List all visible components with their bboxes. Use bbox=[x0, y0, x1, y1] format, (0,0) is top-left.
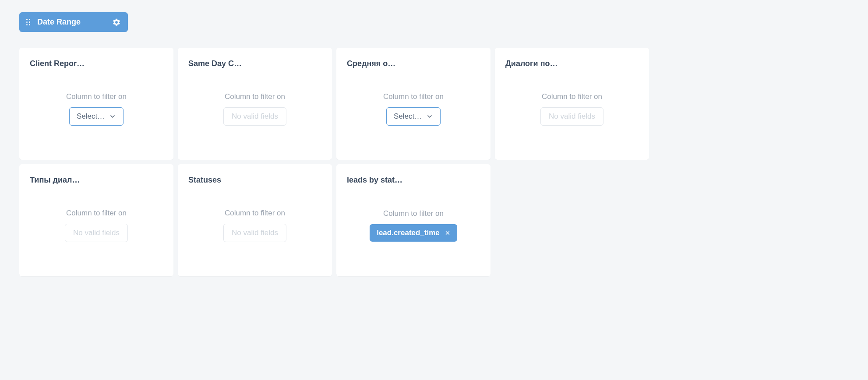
card-statuses: Statuses Column to filter on No valid fi… bbox=[178, 164, 332, 276]
column-select-disabled: No valid fields bbox=[540, 107, 603, 126]
column-select[interactable]: Select… bbox=[69, 107, 123, 126]
filter-label: Column to filter on bbox=[66, 209, 127, 218]
column-select-disabled: No valid fields bbox=[223, 107, 286, 126]
card-average: Средняя о… Column to filter on Select… bbox=[336, 48, 490, 160]
card-dialog-types: Типы диал… Column to filter on No valid … bbox=[19, 164, 173, 276]
chevron-down-icon bbox=[109, 113, 116, 120]
no-valid-fields-label: No valid fields bbox=[232, 229, 278, 237]
no-valid-fields-label: No valid fields bbox=[549, 112, 595, 121]
card-title: Client Repor… bbox=[30, 59, 87, 68]
card-client-report: Client Repor… Column to filter on Select… bbox=[19, 48, 173, 160]
filter-label: Column to filter on bbox=[383, 92, 444, 101]
card-dialogs-by: Диалоги по… Column to filter on No valid… bbox=[495, 48, 649, 160]
no-valid-fields-label: No valid fields bbox=[73, 229, 120, 237]
select-placeholder: Select… bbox=[394, 112, 422, 121]
date-range-pill[interactable]: Date Range bbox=[19, 12, 128, 32]
column-select-disabled: No valid fields bbox=[223, 224, 286, 242]
gear-icon[interactable] bbox=[112, 18, 121, 27]
close-icon[interactable] bbox=[445, 230, 450, 236]
card-leads-by-status: leads by stat… Column to filter on lead.… bbox=[336, 164, 490, 276]
drag-handle-icon[interactable] bbox=[26, 19, 30, 25]
card-title: Типы диал… bbox=[30, 176, 87, 185]
selected-column-tag[interactable]: lead.created_time bbox=[370, 224, 457, 242]
filter-label: Column to filter on bbox=[66, 92, 127, 101]
column-select-disabled: No valid fields bbox=[65, 224, 128, 242]
card-title: Same Day C… bbox=[188, 59, 245, 68]
selected-column-label: lead.created_time bbox=[377, 229, 440, 237]
card-title: Средняя о… bbox=[347, 59, 404, 68]
filter-label: Column to filter on bbox=[225, 209, 285, 218]
card-same-day: Same Day C… Column to filter on No valid… bbox=[178, 48, 332, 160]
filter-label: Column to filter on bbox=[383, 209, 444, 218]
filter-label: Column to filter on bbox=[225, 92, 285, 101]
card-title: leads by stat… bbox=[347, 176, 404, 185]
no-valid-fields-label: No valid fields bbox=[232, 112, 278, 121]
card-title: Диалоги по… bbox=[505, 59, 562, 68]
select-placeholder: Select… bbox=[77, 112, 105, 121]
cards-grid: Client Repor… Column to filter on Select… bbox=[19, 48, 849, 276]
date-range-label: Date Range bbox=[37, 18, 81, 27]
chevron-down-icon bbox=[426, 113, 433, 120]
filter-label: Column to filter on bbox=[542, 92, 602, 101]
card-title: Statuses bbox=[188, 176, 245, 185]
column-select[interactable]: Select… bbox=[386, 107, 441, 126]
